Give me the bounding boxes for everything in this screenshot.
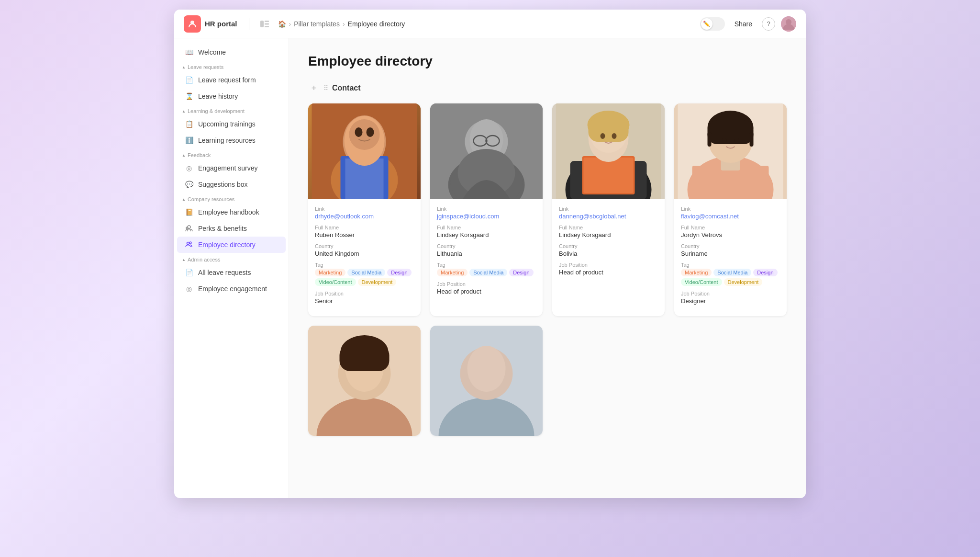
breadcrumb-sep2: › (343, 20, 345, 28)
tag-video-1[interactable]: Video/Content (315, 278, 356, 286)
employee-card-3: Link danneng@sbcglobal.net Full Name Lin… (552, 103, 665, 316)
tag-social-4[interactable]: Social Media (713, 269, 751, 276)
chat-icon: 💬 (185, 180, 193, 189)
help-button[interactable]: ? (762, 17, 775, 31)
svg-point-51 (735, 138, 739, 144)
sidebar: 📖 Welcome Leave requests 📄 Leave request… (174, 38, 289, 498)
card-fullname-label-1: Full Name (315, 225, 414, 230)
grid-icon: ⠿ (323, 84, 328, 92)
breadcrumb-home-icon[interactable]: 🏠 (278, 20, 286, 28)
sidebar-section-company: Company resources (174, 193, 289, 204)
sidebar-item-leave-request-form[interactable]: 📄 Leave request form (177, 72, 286, 88)
card-country-label-3: Country (559, 243, 658, 249)
employee-card-1: Link drhyde@outlook.com Full Name Ruben … (308, 103, 421, 316)
card-link-2[interactable]: jginspace@icloud.com (437, 213, 536, 220)
sidebar-item-all-leave-requests[interactable]: 📄 All leave requests (177, 264, 286, 281)
card-body-3: Link danneng@sbcglobal.net Full Name Lin… (552, 199, 665, 287)
tag-social-1[interactable]: Social Media (347, 269, 385, 276)
employee-card-5-partial (308, 326, 421, 436)
tag-social-2[interactable]: Social Media (469, 269, 507, 276)
sidebar-item-welcome-label: Welcome (198, 48, 226, 56)
breadcrumb-current: Employee directory (348, 20, 405, 28)
svg-point-61 (468, 346, 506, 392)
sidebar-label-leave-history: Leave history (198, 92, 238, 100)
sidebar-item-learning-resources[interactable]: ℹ️ Learning resources (177, 132, 286, 148)
card-tags-1: Marketing Social Media Design Video/Cont… (315, 269, 414, 286)
breadcrumb: 🏠 › Pillar templates › Employee director… (278, 20, 700, 28)
tag-design-2[interactable]: Design (509, 269, 533, 276)
sidebar-item-leave-history[interactable]: ⌛ Leave history (177, 88, 286, 104)
card-tags-2: Marketing Social Media Design (437, 269, 536, 276)
handbook-icon: 📔 (185, 208, 193, 216)
card-jobposition-1: Senior (315, 297, 414, 305)
empty-card-slot-1 (552, 326, 665, 436)
sidebar-item-welcome[interactable]: 📖 Welcome (177, 44, 286, 60)
tag-marketing-4[interactable]: Marketing (681, 269, 712, 276)
card-link-4[interactable]: flaviog@comcast.net (681, 213, 780, 220)
add-section-button[interactable]: + (308, 82, 320, 94)
sidebar-label-perks-benefits: Perks & benefits (198, 225, 247, 232)
card-country-4: Suriname (681, 250, 780, 257)
tag-development-1[interactable]: Development (358, 278, 397, 286)
page-title: Employee directory (308, 54, 787, 69)
svg-point-39 (601, 133, 605, 139)
card-jobposition-label-1: Job Position (315, 291, 414, 296)
sidebar-toggle-button[interactable] (257, 16, 272, 32)
tag-development-4[interactable]: Development (724, 278, 763, 286)
sidebar-label-engagement-survey: Engagement survey (198, 164, 258, 172)
tag-design-1[interactable]: Design (387, 269, 411, 276)
sidebar-section-leave-requests: Leave requests (174, 60, 289, 72)
card-fullname-label-3: Full Name (559, 225, 658, 230)
survey-icon: ◎ (185, 164, 193, 172)
card-country-label-4: Country (681, 243, 780, 249)
card-tag-label-2: Tag (437, 262, 536, 268)
card-fullname-4: Jordyn Vetrovs (681, 231, 780, 239)
logo-icon (184, 15, 201, 33)
main-layout: 📖 Welcome Leave requests 📄 Leave request… (174, 38, 806, 498)
all-leave-icon: 📄 (185, 268, 193, 277)
card-fullname-2: Lindsey Korsgaard (437, 231, 536, 239)
svg-point-9 (187, 242, 189, 245)
svg-point-50 (722, 138, 727, 144)
breadcrumb-parent[interactable]: Pillar templates (294, 20, 340, 28)
sidebar-item-employee-directory[interactable]: Employee directory (177, 237, 286, 253)
svg-rect-1 (260, 21, 264, 27)
info-icon: ℹ️ (185, 136, 193, 145)
sidebar-item-perks-benefits[interactable]: Perks & benefits (177, 220, 286, 237)
svg-rect-34 (584, 158, 634, 193)
svg-point-10 (189, 242, 191, 244)
card-link-label-2: Link (437, 206, 536, 212)
employee-card-6-partial (430, 326, 543, 436)
sidebar-item-engagement-survey[interactable]: ◎ Engagement survey (177, 160, 286, 176)
svg-point-8 (186, 227, 188, 229)
svg-rect-3 (265, 23, 269, 24)
card-body-2: Link jginspace@icloud.com Full Name Lind… (430, 199, 543, 307)
card-link-3[interactable]: danneng@sbcglobal.net (559, 213, 658, 220)
employee-card-2: Link jginspace@icloud.com Full Name Lind… (430, 103, 543, 316)
sidebar-item-suggestions-box[interactable]: 💬 Suggestions box (177, 176, 286, 193)
sidebar-item-upcoming-trainings[interactable]: 📋 Upcoming trainings (177, 116, 286, 132)
svg-rect-57 (340, 345, 390, 371)
sidebar-label-upcoming-trainings: Upcoming trainings (198, 120, 256, 128)
card-tags-4: Marketing Social Media Design Video/Cont… (681, 269, 780, 286)
share-button[interactable]: Share (731, 18, 756, 30)
tag-marketing-1[interactable]: Marketing (315, 269, 345, 276)
employee-photo-1 (308, 103, 421, 199)
svg-point-19 (367, 127, 374, 137)
sidebar-item-employee-handbook[interactable]: 📔 Employee handbook (177, 204, 286, 220)
svg-point-18 (355, 127, 363, 137)
card-link-1[interactable]: drhyde@outlook.com (315, 213, 414, 220)
timer-icon: ⌛ (185, 92, 193, 101)
svg-point-17 (349, 119, 380, 150)
avatar[interactable] (781, 16, 796, 32)
tag-design-4[interactable]: Design (753, 269, 777, 276)
card-country-1: United Kingdom (315, 250, 414, 257)
edit-toggle-button[interactable]: ✏️ (700, 17, 725, 31)
tag-marketing-2[interactable]: Marketing (437, 269, 468, 276)
section-header: + ⠿ Contact (308, 82, 787, 94)
card-fullname-label-4: Full Name (681, 225, 780, 230)
tag-video-4[interactable]: Video/Content (681, 278, 722, 286)
sidebar-section-admin: Admin access (174, 253, 289, 264)
svg-point-40 (612, 133, 617, 139)
sidebar-item-employee-engagement[interactable]: ◎ Employee engagement (177, 281, 286, 297)
